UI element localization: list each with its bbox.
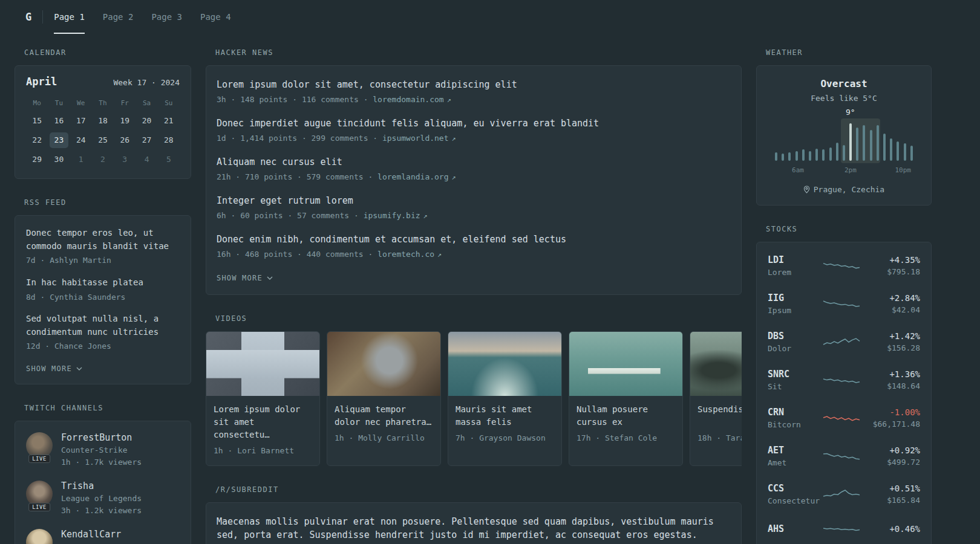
video-card[interactable]: Suspendisse diam18h · Tara xyxy=(690,331,742,466)
stock-sparkline xyxy=(822,372,861,388)
rss-item-title[interactable]: In hac habitasse platea xyxy=(26,276,180,290)
rss-item-title[interactable]: Sed volutpat nulla nisl, a condimentum n… xyxy=(26,312,180,338)
hn-item-domain-link[interactable]: loremlandia.org xyxy=(377,172,448,181)
twitch-channel[interactable]: LIVETrishaLeague of Legends3h · 1.2k vie… xyxy=(26,481,180,517)
stock-row[interactable]: IIGIpsum+2.84%$42.04 xyxy=(768,285,920,323)
hn-item-stats: 1d · 1,414 points · 299 comments · xyxy=(217,134,382,143)
stock-row[interactable]: AHS+0.46% xyxy=(768,513,920,544)
channel-game: Counter-Strike xyxy=(61,445,142,455)
stock-sparkline xyxy=(822,258,861,274)
left-column: CALENDAR April Week 17 · 2024 MoTuWeThFr… xyxy=(15,48,191,544)
video-title[interactable]: Nullam posuere cursus ex xyxy=(577,403,675,429)
twitch-card: LIVEForrestBurtonCounter-Strike1h · 1.7k… xyxy=(15,421,191,544)
hn-item-domain-link[interactable]: ipsumify.biz xyxy=(364,211,420,220)
calendar-day-today: 23 xyxy=(50,132,68,148)
tab-page-1[interactable]: Page 1 xyxy=(54,0,85,34)
calendar-day: 16 xyxy=(48,113,70,129)
hn-show-more-button[interactable]: SHOW MORE xyxy=(217,274,273,282)
video-card[interactable]: Lorem ipsum dolor sit amet consectetu…1h… xyxy=(206,331,320,466)
video-title[interactable]: Mauris sit amet massa felis xyxy=(456,403,554,429)
calendar-day: 26 xyxy=(114,132,136,148)
hn-item-title[interactable]: Lorem ipsum dolor sit amet, consectetur … xyxy=(217,78,731,92)
stock-price: $42.04 xyxy=(863,305,920,314)
weather-label: WEATHER xyxy=(766,48,932,57)
hn-item-domain-link[interactable]: loremdomain.com xyxy=(373,95,443,104)
stock-name: Ipsum xyxy=(768,306,820,315)
hn-item-title[interactable]: Aliquam nec cursus elit xyxy=(217,155,731,169)
videos-label: VIDEOS xyxy=(215,314,742,323)
video-meta: 1h · Lori Barnett xyxy=(214,445,312,457)
rss-card: Donec tempor eros leo, ut commodo mauris… xyxy=(15,215,191,384)
video-thumbnail xyxy=(448,332,561,396)
dashboard-grid: CALENDAR April Week 17 · 2024 MoTuWeThFr… xyxy=(0,34,980,544)
twitch-channel[interactable]: LIVEForrestBurtonCounter-Strike1h · 1.7k… xyxy=(26,432,180,468)
hn-item: Aliquam nec cursus elit21h · 710 points … xyxy=(217,155,731,183)
reddit-item-title[interactable]: Maecenas mollis pulvinar erat non posuer… xyxy=(217,515,731,542)
stock-id: IIGIpsum xyxy=(768,293,820,315)
stock-price: $795.18 xyxy=(863,267,920,276)
weather-bar xyxy=(836,143,838,161)
tab-page-4[interactable]: Page 4 xyxy=(200,0,231,34)
calendar-day: 21 xyxy=(158,113,180,129)
hn-item-title[interactable]: Integer eget rutrum lorem xyxy=(217,194,731,208)
stock-symbol: CRN xyxy=(768,407,820,418)
hn-item-domain-link[interactable]: ipsumworld.net xyxy=(382,134,449,143)
video-card[interactable]: Nullam posuere cursus ex17h · Stefan Col… xyxy=(569,331,683,466)
stock-row[interactable]: LDILorem+4.35%$795.18 xyxy=(768,247,920,285)
video-meta: 1h · Molly Carrillo xyxy=(335,432,433,444)
app-logo[interactable]: G xyxy=(25,0,31,34)
weather-bar xyxy=(809,151,811,161)
hn-item-title[interactable]: Donec enim nibh, condimentum et accumsan… xyxy=(217,233,731,247)
channel-game: League of Legends xyxy=(61,494,142,503)
rss-item-title[interactable]: Donec tempor eros leo, ut commodo mauris… xyxy=(26,227,180,253)
tab-page-3[interactable]: Page 3 xyxy=(151,0,182,34)
stocks-label: STOCKS xyxy=(766,225,932,233)
stock-symbol: LDI xyxy=(768,254,820,265)
rss-show-more-button[interactable]: SHOW MORE xyxy=(26,364,82,373)
weather-bar xyxy=(856,128,858,161)
dashboard-page: G Page 1Page 2Page 3Page 4 CALENDAR Apri… xyxy=(0,0,980,544)
stock-row[interactable]: DBSDolor+1.42%$156.28 xyxy=(768,323,920,361)
channel-name[interactable]: KendallCarr xyxy=(61,529,121,541)
weather-bar xyxy=(795,151,798,161)
hn-item-meta: 21h · 710 points · 579 comments · loreml… xyxy=(217,171,731,183)
calendar-day: 29 xyxy=(26,152,48,167)
stock-row[interactable]: CRNBitcorn-1.00%$66,171.48 xyxy=(768,399,920,437)
calendar-day-header: Sa xyxy=(136,97,157,109)
stock-values: +2.84%$42.04 xyxy=(863,293,920,314)
twitch-widget: TWITCH CHANNELS LIVEForrestBurtonCounter… xyxy=(15,404,191,544)
hn-item-stats: 21h · 710 points · 579 comments · xyxy=(217,172,377,181)
channel-name[interactable]: ForrestBurton xyxy=(61,432,142,444)
calendar-day: 20 xyxy=(136,113,157,129)
stock-row[interactable]: CCSConsectetur+0.51%$165.84 xyxy=(768,475,920,513)
video-title[interactable]: Aliquam tempor dolor nec pharetra… xyxy=(335,403,433,429)
stock-id: DBSDolor xyxy=(768,331,820,353)
stock-row[interactable]: SNRCSit+1.36%$148.64 xyxy=(768,361,920,399)
calendar-day-header: Fr xyxy=(114,97,136,109)
video-title[interactable]: Lorem ipsum dolor sit amet consectetu… xyxy=(214,403,312,441)
calendar-day: 17 xyxy=(70,113,92,129)
channel-avatar: LIVE xyxy=(26,432,53,459)
video-card[interactable]: Mauris sit amet massa felis7h · Grayson … xyxy=(448,331,562,466)
hn-item-domain-link[interactable]: loremtech.co xyxy=(377,250,434,259)
external-link-icon: ↗ xyxy=(447,96,451,104)
stock-id: AETAmet xyxy=(768,445,820,467)
stock-id: SNRCSit xyxy=(768,369,820,391)
video-card[interactable]: Aliquam tempor dolor nec pharetra…1h · M… xyxy=(327,331,441,466)
twitch-channel[interactable]: KendallCarr xyxy=(26,529,180,544)
weather-bar xyxy=(904,143,906,161)
stock-name: Amet xyxy=(768,458,820,467)
stock-row[interactable]: AETAmet+0.92%$499.72 xyxy=(768,437,920,475)
stock-symbol: SNRC xyxy=(768,369,820,380)
channel-name[interactable]: Trisha xyxy=(61,481,142,493)
video-title[interactable]: Suspendisse diam xyxy=(697,403,742,429)
stock-name: Sit xyxy=(768,382,820,391)
hn-item-meta: 6h · 60 points · 57 comments · ipsumify.… xyxy=(217,210,731,222)
video-thumbnail xyxy=(569,332,682,396)
stock-values: -1.00%$66,171.48 xyxy=(863,407,920,429)
chevron-down-icon xyxy=(267,276,273,280)
weather-location-row[interactable]: Prague, Czechia xyxy=(768,185,920,194)
tab-page-2[interactable]: Page 2 xyxy=(103,0,134,34)
hn-item-title[interactable]: Donec imperdiet augue tincidunt felis al… xyxy=(217,117,731,131)
stock-id: LDILorem xyxy=(768,254,820,277)
